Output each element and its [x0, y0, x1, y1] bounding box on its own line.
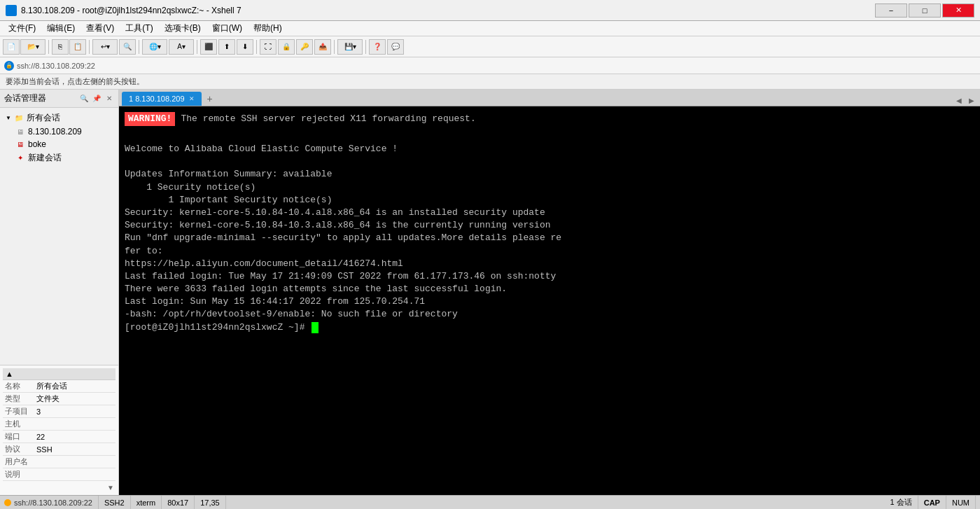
tab-nav: ◀ ▶: [953, 95, 977, 106]
maximize-button[interactable]: □: [909, 4, 941, 18]
sidebar-tree: ▼ 📁 所有会话 🖥 8.130.108.209 🖥 boke ✦ 新建会话: [0, 108, 118, 365]
terminal-line-empty-1: [125, 130, 974, 143]
toolbar-upload[interactable]: 📤: [314, 39, 331, 55]
menu-tools[interactable]: 工具(T): [120, 21, 158, 36]
terminal-line-kernel-2: Security: kernel-core-5.10.84-10.3.al8.x…: [125, 219, 974, 232]
tab-add-button[interactable]: +: [203, 92, 217, 106]
sidebar-pin-icon[interactable]: 📌: [92, 94, 102, 104]
minimize-button[interactable]: −: [875, 4, 907, 18]
main-area: 会话管理器 🔍 📌 ✕ ▼ 📁 所有会话 🖥 8.130.108.209 🖥: [0, 90, 980, 495]
separator-7: [365, 40, 366, 54]
close-button[interactable]: ✕: [942, 4, 974, 18]
app-icon: [6, 5, 17, 16]
tree-label-server-1: 8.130.108.209: [28, 127, 82, 137]
tab-prev-icon[interactable]: ◀: [953, 95, 965, 106]
terminal-line-updates: Updates Information Summary: available: [125, 168, 974, 181]
window-controls: − □ ✕: [875, 4, 974, 18]
sidebar-header-icons: 🔍 📌 ✕: [79, 94, 114, 104]
notice-text: 要添加当前会话，点击左侧的箭头按钮。: [6, 76, 144, 87]
toolbar-group-1: 📄 📂▾: [3, 39, 46, 55]
menu-edit[interactable]: 编辑(E): [41, 21, 80, 36]
sidebar-search-icon[interactable]: 🔍: [79, 94, 89, 104]
separator-2: [89, 40, 90, 54]
status-session-type: SSH2: [99, 496, 131, 509]
terminal-line-security-1: 1 Security notice(s): [125, 181, 974, 194]
prop-header-scroll-up: ▲: [6, 370, 13, 378]
status-bar: ssh://8.130.108.209:22 SSH2 xterm 80x17 …: [0, 495, 980, 509]
toolbar-new-session[interactable]: 📄: [3, 39, 20, 55]
status-ssh-url: ssh://8.130.108.209:22: [4, 496, 99, 509]
terminal-line-bash-error: -bash: /opt/rh/devtoolset-9/enable: No s…: [125, 308, 974, 321]
status-sessions: 1 会话: [885, 496, 918, 509]
prop-value-protocol: SSH: [34, 443, 115, 456]
toolbar-fullscreen[interactable]: ⛶: [260, 39, 276, 55]
terminal-line-upgrade-1: Run "dnf upgrade-minimal --security" to …: [125, 232, 974, 244]
menu-tabs[interactable]: 选项卡(B): [159, 21, 206, 36]
prop-value-type: 文件夹: [34, 393, 115, 405]
menu-window[interactable]: 窗口(W): [206, 21, 248, 36]
status-terminal: xterm: [131, 496, 162, 509]
terminal[interactable]: WARNING! The remote SSH server rejected …: [119, 106, 980, 495]
tab-next-icon[interactable]: ▶: [966, 95, 977, 106]
terminal-line-welcome: Welcome to Alibaba Cloud Elastic Compute…: [125, 143, 974, 155]
toolbar-stop[interactable]: ⬛: [200, 39, 217, 55]
new-session-icon: ✦: [15, 153, 25, 163]
status-ssh-text: ssh://8.130.108.209:22: [14, 498, 92, 507]
toolbar-chat[interactable]: 💬: [387, 39, 404, 55]
terminal-wrapper: 1 8.130.108.209 ✕ + ◀ ▶ WARNING! The rem…: [119, 90, 980, 495]
server-icon-boke: 🖥: [15, 139, 25, 149]
prompt-text: [root@iZ0jlh1lst294nn2qslxwcZ ~]#: [125, 321, 310, 334]
prop-scroll-down: ▼: [106, 482, 115, 492]
toolbar-paste[interactable]: 📋: [69, 39, 86, 55]
prop-row-port: 端口 22: [3, 431, 115, 443]
toolbar-save-session[interactable]: 💾▾: [337, 39, 363, 55]
prop-row-note: 说明: [3, 468, 115, 481]
terminal-line-last-failed: Last failed login: Tue May 17 21:49:09 C…: [125, 270, 974, 283]
toolbar-lock[interactable]: 🔒: [278, 39, 295, 55]
window-title: 8.130.108.209 - root@iZ0jlh1lst294nn2qsl…: [21, 6, 875, 15]
toolbar-download[interactable]: ⬇: [237, 39, 253, 55]
status-ssh-icon: [4, 499, 11, 506]
prop-label-username: 用户名: [3, 456, 34, 468]
terminal-line-kernel-1: Security: kernel-core-5.10.84-10.4.al8.x…: [125, 207, 974, 219]
toolbar-open[interactable]: 📂▾: [20, 39, 46, 55]
tree-item-all-sessions[interactable]: ▼ 📁 所有会话: [0, 111, 118, 125]
tree-item-server-1[interactable]: 🖥 8.130.108.209: [0, 125, 118, 138]
prompt-line: [root@iZ0jlh1lst294nn2qslxwcZ ~]#: [125, 321, 974, 334]
toolbar-key[interactable]: 🔑: [296, 39, 313, 55]
properties-header: ▲: [3, 368, 115, 380]
menu-help[interactable]: 帮助(H): [248, 21, 288, 36]
tree-item-new-session[interactable]: ✦ 新建会话: [0, 151, 118, 165]
tab-label: 1 8.130.108.209: [129, 95, 185, 103]
properties-panel: ▲ 名称 所有会话 类型 文件夹 子项目 3 主机: [0, 365, 118, 495]
prop-label-protocol: 协议: [3, 443, 34, 456]
separator-3: [139, 40, 139, 54]
prop-label-note: 说明: [3, 468, 34, 481]
sidebar-close-icon[interactable]: ✕: [104, 94, 114, 104]
cursor: [312, 322, 318, 333]
address-text: ssh://8.130.108.209:22: [17, 62, 95, 70]
menu-view[interactable]: 查看(V): [80, 21, 120, 36]
toolbar-search[interactable]: 🔍: [119, 39, 136, 55]
prop-row-username: 用户名: [3, 456, 115, 468]
tree-label-boke: boke: [28, 139, 46, 149]
prop-value-note: [34, 468, 115, 481]
toolbar-copy[interactable]: ⎘: [52, 39, 69, 55]
sidebar: 会话管理器 🔍 📌 ✕ ▼ 📁 所有会话 🖥 8.130.108.209 🖥: [0, 90, 119, 495]
tree-label-new: 新建会话: [28, 152, 62, 164]
prop-value-name: 所有会话: [34, 380, 115, 393]
expand-icon: ▼: [4, 114, 13, 123]
toolbar-help[interactable]: ❓: [369, 39, 386, 55]
tree-item-boke[interactable]: 🖥 boke: [0, 138, 118, 151]
toolbar-transfer[interactable]: ⬆: [218, 39, 235, 55]
toolbar-reconnect[interactable]: ↩▾: [92, 39, 118, 55]
terminal-line-security-2: 1 Important Security notice(s): [125, 194, 974, 207]
separator-6: [334, 40, 335, 54]
tab-main[interactable]: 1 8.130.108.209 ✕: [122, 92, 202, 106]
prop-row-protocol: 协议 SSH: [3, 443, 115, 456]
tab-close-icon[interactable]: ✕: [189, 95, 195, 102]
toolbar-color[interactable]: 🌐▾: [142, 39, 167, 55]
menu-file[interactable]: 文件(F): [3, 21, 41, 36]
toolbar-highlight[interactable]: A▾: [169, 39, 194, 55]
warning-badge: WARNING!: [125, 112, 175, 126]
